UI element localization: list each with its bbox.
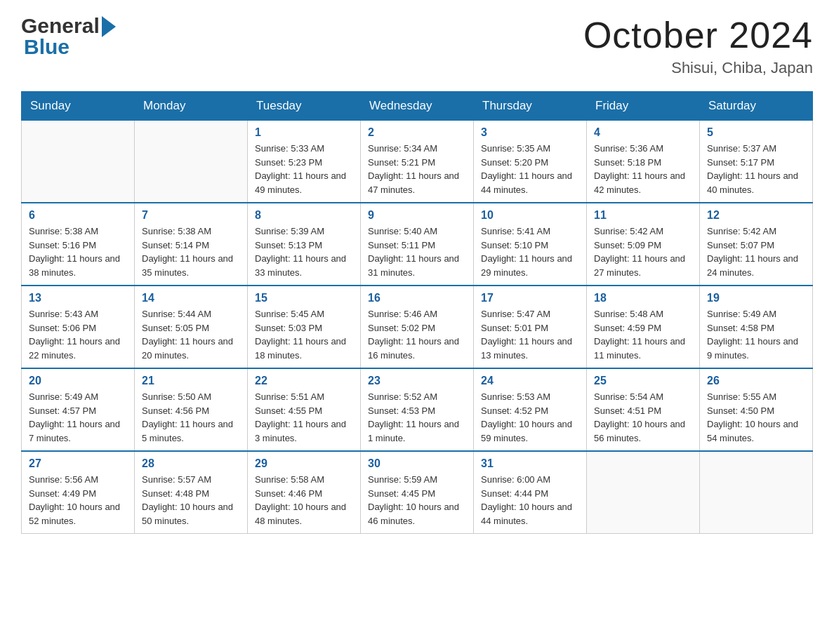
day-info: Sunrise: 5:45 AMSunset: 5:03 PMDaylight:…: [255, 307, 353, 362]
day-info: Sunrise: 6:00 AMSunset: 4:44 PMDaylight:…: [481, 473, 579, 528]
day-number: 23: [368, 375, 466, 387]
table-row: 9Sunrise: 5:40 AMSunset: 5:11 PMDaylight…: [361, 203, 474, 286]
day-number: 8: [255, 209, 353, 222]
day-info: Sunrise: 5:33 AMSunset: 5:23 PMDaylight:…: [255, 142, 353, 196]
table-row: 30Sunrise: 5:59 AMSunset: 4:45 PMDayligh…: [361, 451, 474, 534]
calendar-week-row: 20Sunrise: 5:49 AMSunset: 4:57 PMDayligh…: [22, 368, 813, 451]
day-info: Sunrise: 5:59 AMSunset: 4:45 PMDaylight:…: [368, 473, 466, 528]
day-info: Sunrise: 5:38 AMSunset: 5:14 PMDaylight:…: [142, 224, 240, 279]
day-info: Sunrise: 5:49 AMSunset: 4:58 PMDaylight:…: [707, 307, 805, 362]
table-row: 15Sunrise: 5:45 AMSunset: 5:03 PMDayligh…: [248, 286, 361, 368]
calendar-header-row: Sunday Monday Tuesday Wednesday Thursday…: [22, 92, 813, 121]
table-row: 20Sunrise: 5:49 AMSunset: 4:57 PMDayligh…: [22, 368, 135, 451]
table-row: 2Sunrise: 5:34 AMSunset: 5:21 PMDaylight…: [361, 121, 474, 203]
table-row: [700, 451, 813, 534]
page-header: General Blue October 2024 Shisui, Chiba,…: [21, 14, 813, 77]
day-number: 31: [481, 457, 579, 470]
table-row: 7Sunrise: 5:38 AMSunset: 5:14 PMDaylight…: [135, 203, 248, 286]
calendar-title: October 2024: [583, 14, 813, 56]
calendar-week-row: 27Sunrise: 5:56 AMSunset: 4:49 PMDayligh…: [22, 451, 813, 534]
day-info: Sunrise: 5:52 AMSunset: 4:53 PMDaylight:…: [368, 390, 466, 445]
day-info: Sunrise: 5:43 AMSunset: 5:06 PMDaylight:…: [29, 307, 127, 362]
day-number: 14: [142, 292, 240, 304]
day-info: Sunrise: 5:39 AMSunset: 5:13 PMDaylight:…: [255, 224, 353, 279]
table-row: 28Sunrise: 5:57 AMSunset: 4:48 PMDayligh…: [135, 451, 248, 534]
day-info: Sunrise: 5:50 AMSunset: 4:56 PMDaylight:…: [142, 390, 240, 445]
table-row: 5Sunrise: 5:37 AMSunset: 5:17 PMDaylight…: [700, 121, 813, 203]
day-info: Sunrise: 5:34 AMSunset: 5:21 PMDaylight:…: [368, 142, 466, 196]
day-info: Sunrise: 5:53 AMSunset: 4:52 PMDaylight:…: [481, 390, 579, 445]
day-info: Sunrise: 5:47 AMSunset: 5:01 PMDaylight:…: [481, 307, 579, 362]
table-row: 14Sunrise: 5:44 AMSunset: 5:05 PMDayligh…: [135, 286, 248, 368]
day-number: 22: [255, 375, 353, 387]
table-row: 17Sunrise: 5:47 AMSunset: 5:01 PMDayligh…: [474, 286, 587, 368]
table-row: 23Sunrise: 5:52 AMSunset: 4:53 PMDayligh…: [361, 368, 474, 451]
table-row: [135, 121, 248, 203]
day-number: 6: [29, 209, 127, 222]
day-info: Sunrise: 5:37 AMSunset: 5:17 PMDaylight:…: [707, 142, 805, 196]
day-number: 30: [368, 457, 466, 470]
header-wednesday: Wednesday: [361, 92, 474, 121]
day-info: Sunrise: 5:51 AMSunset: 4:55 PMDaylight:…: [255, 390, 353, 445]
day-number: 9: [368, 209, 466, 222]
day-number: 7: [142, 209, 240, 222]
day-number: 10: [481, 209, 579, 222]
day-info: Sunrise: 5:42 AMSunset: 5:09 PMDaylight:…: [594, 224, 692, 279]
header-thursday: Thursday: [474, 92, 587, 121]
day-number: 27: [29, 457, 127, 470]
day-info: Sunrise: 5:57 AMSunset: 4:48 PMDaylight:…: [142, 473, 240, 528]
table-row: 26Sunrise: 5:55 AMSunset: 4:50 PMDayligh…: [700, 368, 813, 451]
day-number: 13: [29, 292, 127, 304]
table-row: 18Sunrise: 5:48 AMSunset: 4:59 PMDayligh…: [587, 286, 700, 368]
day-number: 16: [368, 292, 466, 304]
day-number: 20: [29, 375, 127, 387]
table-row: 16Sunrise: 5:46 AMSunset: 5:02 PMDayligh…: [361, 286, 474, 368]
table-row: 11Sunrise: 5:42 AMSunset: 5:09 PMDayligh…: [587, 203, 700, 286]
day-number: 4: [594, 126, 692, 139]
logo-arrow-icon: [102, 16, 116, 37]
table-row: 22Sunrise: 5:51 AMSunset: 4:55 PMDayligh…: [248, 368, 361, 451]
table-row: 1Sunrise: 5:33 AMSunset: 5:23 PMDaylight…: [248, 121, 361, 203]
table-row: 24Sunrise: 5:53 AMSunset: 4:52 PMDayligh…: [474, 368, 587, 451]
day-number: 11: [594, 209, 692, 222]
day-info: Sunrise: 5:55 AMSunset: 4:50 PMDaylight:…: [707, 390, 805, 445]
table-row: 27Sunrise: 5:56 AMSunset: 4:49 PMDayligh…: [22, 451, 135, 534]
day-info: Sunrise: 5:35 AMSunset: 5:20 PMDaylight:…: [481, 142, 579, 196]
day-number: 18: [594, 292, 692, 304]
day-number: 19: [707, 292, 805, 304]
day-info: Sunrise: 5:44 AMSunset: 5:05 PMDaylight:…: [142, 307, 240, 362]
header-monday: Monday: [135, 92, 248, 121]
calendar-subtitle: Shisui, Chiba, Japan: [583, 59, 813, 77]
table-row: 10Sunrise: 5:41 AMSunset: 5:10 PMDayligh…: [474, 203, 587, 286]
table-row: 4Sunrise: 5:36 AMSunset: 5:18 PMDaylight…: [587, 121, 700, 203]
header-sunday: Sunday: [22, 92, 135, 121]
logo-blue-text: Blue: [21, 35, 70, 59]
day-info: Sunrise: 5:41 AMSunset: 5:10 PMDaylight:…: [481, 224, 579, 279]
calendar-week-row: 13Sunrise: 5:43 AMSunset: 5:06 PMDayligh…: [22, 286, 813, 368]
header-tuesday: Tuesday: [248, 92, 361, 121]
day-number: 3: [481, 126, 579, 139]
day-number: 12: [707, 209, 805, 222]
day-number: 26: [707, 375, 805, 387]
table-row: 8Sunrise: 5:39 AMSunset: 5:13 PMDaylight…: [248, 203, 361, 286]
day-info: Sunrise: 5:54 AMSunset: 4:51 PMDaylight:…: [594, 390, 692, 445]
table-row: 13Sunrise: 5:43 AMSunset: 5:06 PMDayligh…: [22, 286, 135, 368]
day-number: 17: [481, 292, 579, 304]
day-number: 2: [368, 126, 466, 139]
calendar-week-row: 6Sunrise: 5:38 AMSunset: 5:16 PMDaylight…: [22, 203, 813, 286]
header-saturday: Saturday: [700, 92, 813, 121]
day-info: Sunrise: 5:48 AMSunset: 4:59 PMDaylight:…: [594, 307, 692, 362]
table-row: 21Sunrise: 5:50 AMSunset: 4:56 PMDayligh…: [135, 368, 248, 451]
day-number: 29: [255, 457, 353, 470]
table-row: 3Sunrise: 5:35 AMSunset: 5:20 PMDaylight…: [474, 121, 587, 203]
table-row: [587, 451, 700, 534]
calendar-table: Sunday Monday Tuesday Wednesday Thursday…: [21, 91, 813, 534]
day-info: Sunrise: 5:56 AMSunset: 4:49 PMDaylight:…: [29, 473, 127, 528]
header-friday: Friday: [587, 92, 700, 121]
day-number: 15: [255, 292, 353, 304]
day-number: 21: [142, 375, 240, 387]
table-row: 31Sunrise: 6:00 AMSunset: 4:44 PMDayligh…: [474, 451, 587, 534]
day-info: Sunrise: 5:42 AMSunset: 5:07 PMDaylight:…: [707, 224, 805, 279]
day-info: Sunrise: 5:40 AMSunset: 5:11 PMDaylight:…: [368, 224, 466, 279]
logo: General Blue: [21, 14, 116, 59]
